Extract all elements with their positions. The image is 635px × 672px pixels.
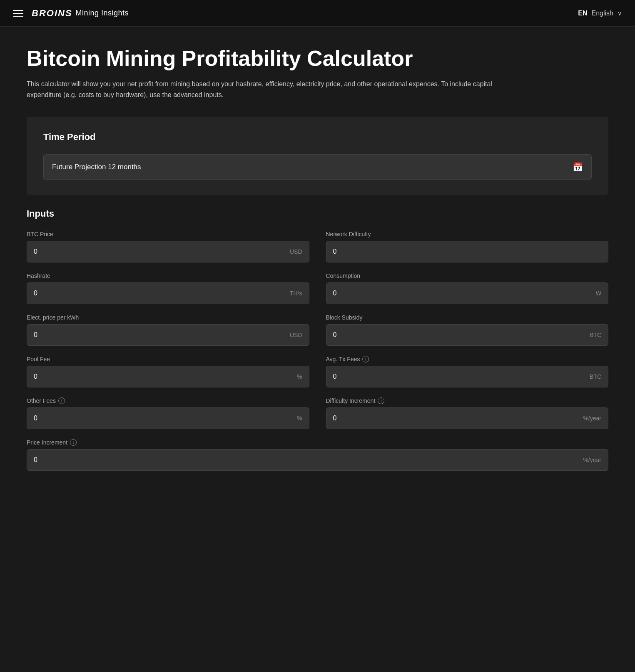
input-label-network-difficulty: Network Difficulty	[326, 231, 609, 237]
input-group-network-difficulty: Network Difficulty	[326, 231, 609, 262]
input-group-btc-price: BTC PriceUSD	[27, 231, 309, 262]
input-unit-pool-fee: %	[297, 373, 302, 380]
input-group-elect-price: Elect. price per kWhUSD	[27, 314, 309, 346]
info-icon-difficulty-increment[interactable]: i	[378, 397, 384, 404]
input-wrapper-hashrate: TH/s	[27, 282, 309, 304]
input-label-other-fees: Other Feesi	[27, 397, 309, 404]
input-wrapper-avg-tx-fees: BTC	[326, 366, 609, 387]
input-wrapper-difficulty-increment: %/year	[326, 407, 609, 429]
time-period-selector[interactable]: Future Projection 12 months 📅	[43, 154, 592, 180]
input-field-elect-price[interactable]	[34, 331, 286, 339]
input-label-avg-tx-fees: Avg. Tx Feesi	[326, 356, 609, 362]
input-wrapper-btc-price: USD	[27, 241, 309, 262]
input-field-consumption[interactable]	[333, 290, 593, 297]
input-field-block-subsidy[interactable]	[333, 331, 587, 339]
language-label: English	[592, 10, 613, 17]
input-group-hashrate: HashrateTH/s	[27, 272, 309, 304]
info-icon-avg-tx-fees[interactable]: i	[362, 356, 369, 362]
navbar: BRΟINS Mining Insights EN English ∨	[0, 0, 635, 27]
time-period-section-title: Time Period	[43, 132, 592, 142]
input-group-avg-tx-fees: Avg. Tx FeesiBTC	[326, 356, 609, 387]
input-field-hashrate[interactable]	[34, 290, 286, 297]
input-label-btc-price: BTC Price	[27, 231, 309, 237]
page-title: Bitcoin Mining Profitability Calculator	[27, 47, 608, 70]
input-field-other-fees[interactable]	[34, 415, 294, 422]
input-field-pool-fee[interactable]	[34, 373, 294, 380]
input-field-btc-price[interactable]	[34, 248, 286, 255]
page-description: This calculator will show you your net p…	[27, 79, 526, 100]
input-label-difficulty-increment: Difficulty Incrementi	[326, 397, 609, 404]
input-group-pool-fee: Pool Fee%	[27, 356, 309, 387]
input-wrapper-price-increment: %/year	[27, 449, 608, 471]
input-label-hashrate: Hashrate	[27, 272, 309, 279]
input-field-network-difficulty[interactable]	[333, 248, 602, 255]
input-wrapper-network-difficulty	[326, 241, 609, 262]
inputs-section: Inputs BTC PriceUSDNetwork DifficultyHas…	[27, 208, 608, 481]
inputs-section-title: Inputs	[27, 208, 608, 219]
input-unit-block-subsidy: BTC	[590, 332, 601, 338]
input-wrapper-pool-fee: %	[27, 366, 309, 387]
input-group-consumption: ConsumptionW	[326, 272, 609, 304]
input-wrapper-elect-price: USD	[27, 324, 309, 346]
brand-logo: BRΟINS Mining Insights	[32, 8, 129, 19]
input-group-block-subsidy: Block SubsidyBTC	[326, 314, 609, 346]
brand-subtitle: Mining Insights	[76, 9, 129, 17]
input-group-other-fees: Other Feesi%	[27, 397, 309, 429]
input-field-price-increment[interactable]	[34, 456, 580, 464]
info-icon-other-fees[interactable]: i	[58, 397, 65, 404]
time-period-value: Future Projection 12 months	[52, 163, 141, 171]
input-wrapper-consumption: W	[326, 282, 609, 304]
language-selector[interactable]: EN English ∨	[578, 10, 622, 17]
chevron-down-icon: ∨	[618, 10, 622, 17]
navbar-left: BRΟINS Mining Insights	[13, 8, 129, 19]
input-unit-elect-price: USD	[290, 332, 302, 338]
input-unit-difficulty-increment: %/year	[583, 415, 601, 422]
input-group-difficulty-increment: Difficulty Incrementi%/year	[326, 397, 609, 429]
input-field-avg-tx-fees[interactable]	[333, 373, 587, 380]
input-label-price-increment: Price Incrementi	[27, 439, 608, 446]
input-label-elect-price: Elect. price per kWh	[27, 314, 309, 321]
language-code: EN	[578, 10, 587, 17]
input-field-difficulty-increment[interactable]	[333, 415, 580, 422]
input-label-consumption: Consumption	[326, 272, 609, 279]
input-wrapper-block-subsidy: BTC	[326, 324, 609, 346]
calendar-icon: 📅	[573, 162, 583, 172]
input-unit-price-increment: %/year	[583, 457, 601, 463]
input-label-pool-fee: Pool Fee	[27, 356, 309, 362]
input-unit-other-fees: %	[297, 415, 302, 422]
input-wrapper-other-fees: %	[27, 407, 309, 429]
time-period-card: Time Period Future Projection 12 months …	[27, 117, 608, 195]
input-unit-btc-price: USD	[290, 248, 302, 255]
input-unit-consumption: W	[596, 290, 601, 297]
input-unit-avg-tx-fees: BTC	[590, 373, 601, 380]
input-label-block-subsidy: Block Subsidy	[326, 314, 609, 321]
input-group-price-increment: Price Incrementi%/year	[27, 439, 608, 471]
main-content: Bitcoin Mining Profitability Calculator …	[0, 27, 635, 507]
brand-name: BRΟINS	[32, 8, 72, 19]
hamburger-menu-icon[interactable]	[13, 10, 23, 17]
info-icon-price-increment[interactable]: i	[70, 439, 77, 446]
input-unit-hashrate: TH/s	[290, 290, 302, 297]
inputs-grid: BTC PriceUSDNetwork DifficultyHashrateTH…	[27, 231, 608, 481]
